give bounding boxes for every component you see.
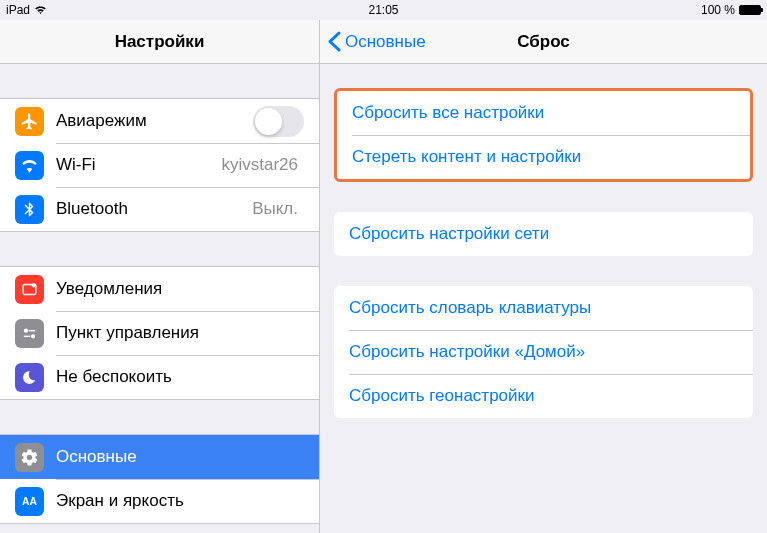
svg-point-4 <box>32 334 35 337</box>
back-label: Основные <box>345 32 426 52</box>
airplane-icon <box>15 107 44 136</box>
airplane-toggle[interactable] <box>253 106 304 137</box>
reset-location-settings[interactable]: Сбросить геонастройки <box>334 374 753 418</box>
item-label: Пункт управления <box>56 323 304 343</box>
item-label: Экран и яркость <box>56 491 304 511</box>
reset-all-settings[interactable]: Сбросить все настройки <box>337 91 750 135</box>
erase-content-settings[interactable]: Стереть контент и настройки <box>337 135 750 179</box>
svg-text:AA: AA <box>22 496 37 507</box>
back-button[interactable]: Основные <box>328 31 426 52</box>
status-time: 21:05 <box>368 3 398 17</box>
item-label: Уведомления <box>56 279 304 299</box>
wifi-icon <box>15 151 44 180</box>
sidebar-item-bluetooth[interactable]: Bluetooth Выкл. <box>0 187 319 231</box>
highlight-group: Сбросить все настройки Стереть контент и… <box>334 88 753 182</box>
main-panel: Основные Сброс Сбросить все настройки Ст… <box>320 20 767 533</box>
display-icon: AA <box>15 487 44 516</box>
do-not-disturb-icon <box>15 363 44 392</box>
battery-label: 100 % <box>701 3 735 17</box>
gear-icon <box>15 443 44 472</box>
item-label: Авиарежим <box>56 111 253 131</box>
sidebar-item-wifi[interactable]: Wi-Fi kyivstar26 <box>0 143 319 187</box>
svg-point-2 <box>25 329 28 332</box>
sidebar-navbar: Настройки <box>0 20 319 64</box>
item-label: Не беспокоить <box>56 367 304 387</box>
wifi-status-icon <box>34 5 47 15</box>
wifi-value: kyivstar26 <box>221 155 298 175</box>
sidebar-item-airplane[interactable]: Авиарежим <box>0 99 319 143</box>
item-label: Основные <box>56 447 304 467</box>
settings-sidebar: Настройки Авиарежим Wi-Fi kyivstar26 <box>0 20 320 533</box>
sidebar-item-general[interactable]: Основные <box>0 435 319 479</box>
sidebar-item-display[interactable]: AA Экран и яркость <box>0 479 319 523</box>
item-label: Wi-Fi <box>56 155 221 175</box>
reset-keyboard-dictionary[interactable]: Сбросить словарь клавиатуры <box>334 286 753 330</box>
chevron-left-icon <box>328 31 341 52</box>
control-center-icon <box>15 319 44 348</box>
reset-home-layout[interactable]: Сбросить настройки «Домой» <box>334 330 753 374</box>
sidebar-item-notifications[interactable]: Уведомления <box>0 267 319 311</box>
item-label: Bluetooth <box>56 199 252 219</box>
sidebar-item-dnd[interactable]: Не беспокоить <box>0 355 319 399</box>
sidebar-title: Настройки <box>115 32 205 52</box>
notifications-icon <box>15 275 44 304</box>
svg-point-1 <box>32 283 36 287</box>
main-navbar: Основные Сброс <box>320 20 767 64</box>
bluetooth-value: Выкл. <box>252 199 298 219</box>
bluetooth-icon <box>15 195 44 224</box>
sidebar-item-control-center[interactable]: Пункт управления <box>0 311 319 355</box>
reset-network-settings[interactable]: Сбросить настройки сети <box>334 212 753 256</box>
status-bar: iPad 21:05 100 % <box>0 0 767 20</box>
main-title: Сброс <box>517 32 570 52</box>
battery-icon <box>739 5 761 15</box>
device-label: iPad <box>6 3 30 17</box>
